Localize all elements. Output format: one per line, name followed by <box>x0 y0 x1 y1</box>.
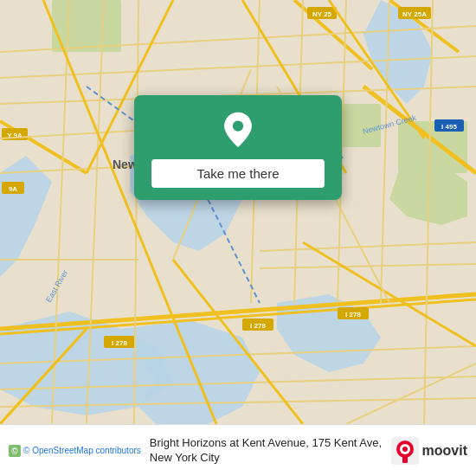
svg-text:I 278: I 278 <box>345 311 361 318</box>
moovit-icon <box>391 437 419 465</box>
svg-text:9A: 9A <box>9 185 17 193</box>
bottom-bar: © © OpenStreetMap contributors Bright Ho… <box>0 424 476 476</box>
attribution-text: © OpenStreetMap contributors <box>23 446 141 455</box>
location-info: Bright Horizons at Kent Avenue, 175 Kent… <box>150 436 391 466</box>
location-name: Bright Horizons at Kent Avenue, 175 Kent… <box>150 436 391 466</box>
take-me-there-button[interactable]: Take me there <box>151 159 325 188</box>
overlay-card: Take me there <box>134 95 342 200</box>
moovit-text: moovit <box>422 443 467 459</box>
svg-text:I 495: I 495 <box>441 123 457 131</box>
osm-attribution: © © OpenStreetMap contributors <box>9 445 141 457</box>
svg-text:I 278: I 278 <box>250 322 266 330</box>
svg-text:NY 25A: NY 25A <box>402 10 427 18</box>
moovit-logo-area: moovit <box>391 437 467 465</box>
openstreetmap-logo: © <box>9 445 21 457</box>
svg-point-76 <box>402 447 408 452</box>
osm-link[interactable]: © OpenStreetMap contributors <box>23 446 141 455</box>
svg-point-70 <box>233 120 243 131</box>
map-background: I 278 I 278 I 278 NY 25 NY 25A Y 9A 9A I… <box>0 0 476 424</box>
location-pin-icon <box>219 111 257 149</box>
svg-text:NY 25: NY 25 <box>312 10 332 18</box>
svg-text:©: © <box>11 447 18 456</box>
svg-rect-77 <box>402 456 408 463</box>
map-container: I 278 I 278 I 278 NY 25 NY 25A Y 9A 9A I… <box>0 0 476 424</box>
svg-text:I 278: I 278 <box>112 339 127 347</box>
